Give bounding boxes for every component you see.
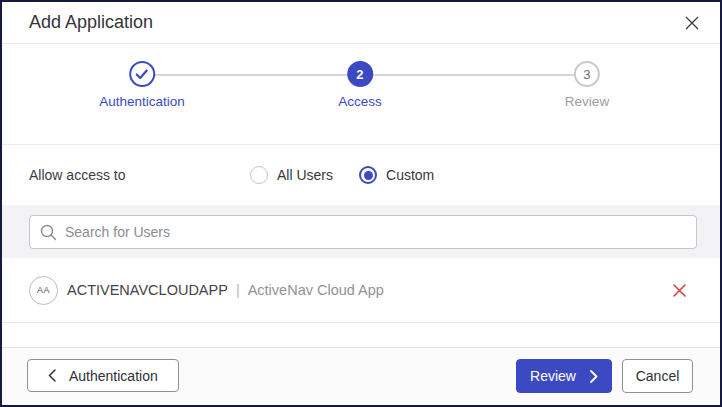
avatar: AA (29, 276, 58, 305)
cancel-button[interactable]: Cancel (622, 359, 693, 393)
step-label-access: Access (338, 94, 382, 109)
review-button[interactable]: Review (516, 359, 612, 393)
step-label-review: Review (565, 94, 609, 109)
user-description: ActiveNav Cloud App (248, 282, 384, 298)
radio-all-users-label: All Users (277, 167, 333, 183)
close-button[interactable] (680, 11, 704, 35)
stepper: Authentication 2 Access 3 Review (2, 44, 720, 145)
search-input[interactable] (65, 224, 686, 240)
radio-selected-icon (359, 166, 377, 184)
step-review[interactable]: 3 Review (565, 61, 609, 109)
step-completed-indicator (129, 61, 155, 87)
dialog-header: Add Application (2, 2, 720, 44)
user-separator: | (236, 282, 240, 298)
step-authentication[interactable]: Authentication (99, 61, 185, 109)
user-list-item: AA ACTIVENAVCLOUDAPP | ActiveNav Cloud A… (2, 258, 720, 323)
review-button-label: Review (530, 368, 576, 384)
radio-custom-label: Custom (386, 167, 434, 183)
dialog-footer: Authentication Review Cancel (2, 347, 720, 405)
allow-access-row: Allow access to All Users Custom (2, 145, 720, 205)
radio-unselected-icon (250, 166, 268, 184)
back-button-label: Authentication (69, 368, 158, 384)
add-application-dialog: Add Application Authentication 2 Access … (0, 0, 722, 407)
allow-access-label: Allow access to (29, 167, 125, 183)
check-icon (136, 69, 149, 80)
back-authentication-button[interactable]: Authentication (27, 359, 179, 392)
step-number-indicator: 3 (574, 61, 600, 87)
chevron-left-icon (48, 369, 56, 382)
search-box[interactable] (29, 215, 697, 249)
access-radio-group: All Users Custom (250, 166, 434, 184)
chevron-right-icon (590, 370, 598, 383)
step-number-indicator: 2 (347, 61, 373, 87)
user-name: ACTIVENAVCLOUDAPP (67, 282, 228, 298)
remove-user-button[interactable] (668, 279, 690, 301)
step-label-authentication: Authentication (99, 94, 185, 109)
dialog-title: Add Application (29, 12, 153, 33)
step-access[interactable]: 2 Access (338, 61, 382, 109)
close-icon (685, 16, 699, 30)
remove-x-icon (673, 284, 686, 297)
radio-all-users[interactable]: All Users (250, 166, 333, 184)
search-icon (40, 224, 57, 241)
search-band (2, 205, 720, 258)
radio-custom[interactable]: Custom (359, 166, 434, 184)
